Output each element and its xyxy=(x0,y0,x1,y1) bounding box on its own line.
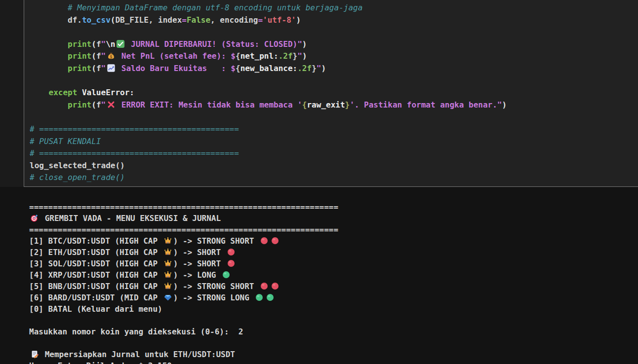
output-line: [4] XRP/USDT:USDT (HIGH CAP ) -> LONG xyxy=(29,269,338,281)
text-token: JURNAL DIPERBARUI! (Status: CLOSED)" xyxy=(126,39,302,49)
svg-text:$: $ xyxy=(110,54,113,59)
text-token: .2f xyxy=(297,64,312,73)
red-circle-emoji xyxy=(227,248,236,256)
text-token: print xyxy=(68,39,91,49)
crown-emoji xyxy=(163,236,172,245)
text-token: Masukkan nomor koin yang dieksekusi (0-6… xyxy=(29,327,243,336)
text-token: Mempersiapkan Jurnal untuk ETH/USDT:USDT xyxy=(40,350,235,359)
memo-emoji xyxy=(30,350,39,359)
red-circle-emoji xyxy=(271,282,279,291)
text-token: Net PnL (setelah fee): $ xyxy=(117,51,236,61)
text-token: } xyxy=(293,51,298,61)
output-line: [6] BARD/USDT:USDT (MID CAP ) -> STRONG … xyxy=(29,292,338,303)
text-token: f xyxy=(96,39,101,49)
text-token: ( xyxy=(111,15,116,25)
red-circle-emoji xyxy=(260,236,269,245)
code-line: log_selected_trade() xyxy=(30,160,507,172)
code-comment: # ======================================… xyxy=(30,148,239,158)
output-line: [2] ETH/USDT:USDT (HIGH CAP ) -> SHORT xyxy=(29,247,338,258)
text-token: print xyxy=(68,64,91,73)
text-token xyxy=(30,100,68,109)
text-token: " xyxy=(101,64,106,73)
text-token: [3] SOL/USDT:USDT (HIGH CAP xyxy=(29,259,162,268)
green-circle-emoji xyxy=(266,293,275,302)
check-emoji xyxy=(116,39,125,48)
red-circle-emoji xyxy=(260,282,269,291)
text-token: ) -> STRONG LONG xyxy=(173,293,254,302)
text-token: " xyxy=(101,100,106,109)
output-line: ========================================… xyxy=(29,224,338,235)
red-circle-emoji xyxy=(227,259,236,268)
crown-emoji xyxy=(163,270,172,279)
text-token: [2] ETH/USDT:USDT (HIGH CAP xyxy=(29,248,162,257)
cell-output-area: ========================================… xyxy=(0,187,638,364)
text-token: ) xyxy=(321,64,326,73)
red-circle-emoji xyxy=(271,236,279,245)
text-token: = xyxy=(182,15,187,25)
code-line xyxy=(30,75,507,87)
text-token: '. Pastikan format angka benar." xyxy=(350,100,502,109)
text-token: [4] XRP/USDT:USDT (HIGH CAP xyxy=(29,270,162,280)
crown-emoji xyxy=(163,259,172,268)
text-token: f xyxy=(96,51,101,61)
code-line: print(f" Saldo Baru Ekuitas : ${new_bala… xyxy=(30,63,507,75)
text-token: ( xyxy=(91,100,96,109)
crown-emoji xyxy=(163,282,172,291)
code-comment: # close_open_trade() xyxy=(30,173,125,182)
output-line: GREMBIT VADA - MENU EKSEKUSI & JURNAL xyxy=(29,213,338,224)
text-token: [6] BARD/USDT:USDT (MID CAP xyxy=(29,293,162,302)
text-token xyxy=(30,88,49,97)
text-token: ) xyxy=(302,39,307,49)
python-code-editor[interactable]: # Menyimpan DataFrame dengan utf-8 encod… xyxy=(30,2,507,184)
text-token: f xyxy=(96,64,101,73)
code-comment: # Menyimpan DataFrame dengan utf-8 encod… xyxy=(30,3,362,12)
output-line: Harga Entry Riil Anda: $ 3,150 xyxy=(29,360,338,364)
code-line: # PUSAT KENDALI xyxy=(30,136,507,148)
text-token: } xyxy=(345,100,350,109)
text-token: .2f xyxy=(279,51,293,61)
text-token: { xyxy=(236,51,240,61)
text-token: ValueError: xyxy=(77,88,134,97)
cross-emoji xyxy=(107,100,116,109)
output-line xyxy=(29,337,338,349)
text-token: " xyxy=(317,64,321,73)
text-token: new_balance: xyxy=(240,64,298,73)
text-token: ) -> LONG xyxy=(173,270,221,280)
code-line: print(f" ERROR EXIT: Mesin tidak bisa me… xyxy=(30,99,507,111)
text-token: ) -> SHORT xyxy=(173,248,226,257)
text-token: GREMBIT VADA - MENU EKSEKUSI & JURNAL xyxy=(40,214,221,223)
code-comment: # PUSAT KENDALI xyxy=(30,137,101,146)
editor-gutter xyxy=(0,0,24,187)
text-token: = xyxy=(258,15,263,25)
text-token: " xyxy=(101,51,106,61)
output-line: Masukkan nomor koin yang dieksekusi (0-6… xyxy=(29,326,338,337)
text-token: 'utf-8' xyxy=(263,15,296,25)
text-token: ( xyxy=(91,64,96,73)
output-line xyxy=(29,315,338,326)
code-line: # close_open_trade() xyxy=(30,172,507,184)
target-emoji xyxy=(30,214,39,222)
output-line: ========================================… xyxy=(29,201,338,213)
text-token: } xyxy=(312,64,317,73)
text-token: ERROR EXIT: Mesin tidak bisa membaca ' xyxy=(117,100,302,109)
text-token: DB_FILE, index xyxy=(115,15,182,25)
notebook-screen: # Menyimpan DataFrame dengan utf-8 encod… xyxy=(0,0,638,364)
code-line: print(f"\n JURNAL DIPERBARUI! (Status: C… xyxy=(30,38,507,51)
chart-up-emoji xyxy=(107,64,116,73)
text-token: , encoding xyxy=(210,15,258,25)
text-token: \n xyxy=(106,39,115,49)
text-token: ========================================… xyxy=(29,225,338,234)
text-token: net_pnl: xyxy=(240,51,279,61)
text-token: ) -> STRONG SHORT xyxy=(173,236,259,246)
text-token: [1] BTC/USDT:USDT (HIGH CAP xyxy=(29,236,162,246)
text-token: " xyxy=(297,51,302,61)
code-cell[interactable]: # Menyimpan DataFrame dengan utf-8 encod… xyxy=(24,0,638,187)
code-line: print(f"$ Net PnL (setelah fee): ${net_p… xyxy=(30,50,507,63)
code-line xyxy=(30,111,507,123)
code-line: # ======================================… xyxy=(30,123,507,136)
output-line: [0] BATAL (Keluar dari menu) xyxy=(29,303,338,315)
text-token: [0] BATAL (Keluar dari menu) xyxy=(29,304,162,314)
code-line: # Menyimpan DataFrame dengan utf-8 encod… xyxy=(30,2,507,14)
code-line: except ValueError: xyxy=(30,87,507,99)
code-line: df.to_csv(DB_FILE, index=False, encoding… xyxy=(30,14,507,27)
